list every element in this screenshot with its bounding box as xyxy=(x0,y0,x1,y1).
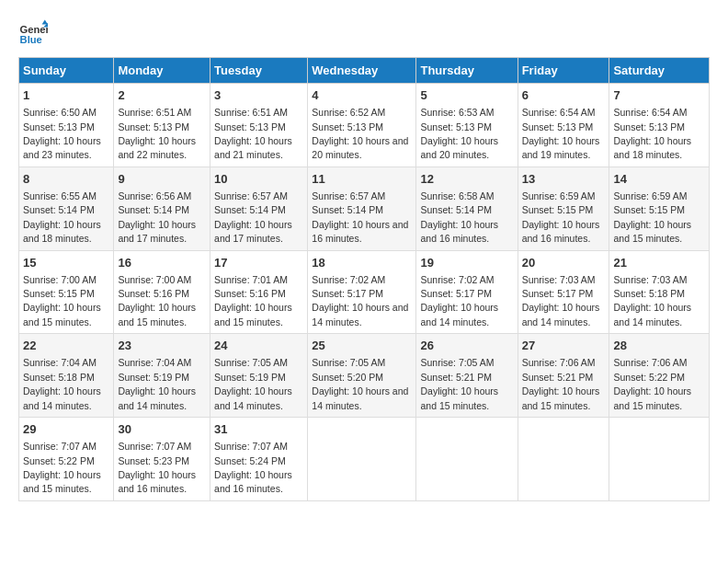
header-saturday: Saturday xyxy=(609,58,710,84)
sunset-text: Sunset: 5:13 PM xyxy=(420,121,492,132)
sunrise-text: Sunrise: 6:52 AM xyxy=(312,107,385,118)
sunrise-text: Sunrise: 7:05 AM xyxy=(312,357,385,368)
sunrise-text: Sunrise: 6:51 AM xyxy=(214,107,288,118)
sunset-text: Sunset: 5:14 PM xyxy=(214,204,286,215)
sunrise-text: Sunrise: 6:56 AM xyxy=(118,190,191,201)
daylight-text: Daylight: 10 hours and 18 minutes. xyxy=(613,135,691,160)
sunrise-text: Sunrise: 7:04 AM xyxy=(23,357,97,368)
sunset-text: Sunset: 5:14 PM xyxy=(420,204,492,215)
header-sunday: Sunday xyxy=(19,58,114,84)
daylight-text: Daylight: 10 hours and 17 minutes. xyxy=(214,219,292,244)
calendar-cell: 10 Sunrise: 6:57 AM Sunset: 5:14 PM Dayl… xyxy=(210,167,308,250)
sunset-text: Sunset: 5:13 PM xyxy=(214,121,286,132)
logo: General Blue xyxy=(18,18,48,48)
sunrise-text: Sunrise: 7:05 AM xyxy=(420,357,494,368)
day-number: 3 xyxy=(214,87,303,104)
calendar-cell: 5 Sunrise: 6:53 AM Sunset: 5:13 PM Dayli… xyxy=(416,84,518,167)
calendar-cell: 20 Sunrise: 7:03 AM Sunset: 5:17 PM Dayl… xyxy=(518,250,609,334)
sunrise-text: Sunrise: 6:59 AM xyxy=(522,190,596,201)
sunset-text: Sunset: 5:18 PM xyxy=(613,288,685,299)
sunset-text: Sunset: 5:15 PM xyxy=(522,204,594,215)
sunrise-text: Sunrise: 6:53 AM xyxy=(420,107,494,118)
sunset-text: Sunset: 5:15 PM xyxy=(613,204,685,215)
calendar-week-row: 15 Sunrise: 7:00 AM Sunset: 5:15 PM Dayl… xyxy=(19,250,710,334)
sunset-text: Sunset: 5:18 PM xyxy=(23,372,95,383)
day-number: 16 xyxy=(118,255,206,271)
sunset-text: Sunset: 5:15 PM xyxy=(23,288,95,299)
calendar-week-row: 1 Sunrise: 6:50 AM Sunset: 5:13 PM Dayli… xyxy=(19,84,710,167)
calendar-cell: 29 Sunrise: 7:07 AM Sunset: 5:22 PM Dayl… xyxy=(19,418,114,501)
sunset-text: Sunset: 5:16 PM xyxy=(214,288,286,299)
calendar-cell xyxy=(416,418,518,501)
daylight-text: Daylight: 10 hours and 16 minutes. xyxy=(312,219,408,244)
day-number: 18 xyxy=(312,255,412,271)
daylight-text: Daylight: 10 hours and 14 minutes. xyxy=(23,385,101,410)
day-number: 21 xyxy=(613,255,705,271)
day-number: 13 xyxy=(522,171,606,188)
sunset-text: Sunset: 5:22 PM xyxy=(613,372,685,383)
daylight-text: Daylight: 10 hours and 14 minutes. xyxy=(214,385,292,410)
calendar-cell: 26 Sunrise: 7:05 AM Sunset: 5:21 PM Dayl… xyxy=(416,334,518,418)
sunrise-text: Sunrise: 7:06 AM xyxy=(613,357,687,368)
daylight-text: Daylight: 10 hours and 14 minutes. xyxy=(118,385,196,410)
day-number: 9 xyxy=(118,171,206,188)
calendar-cell: 12 Sunrise: 6:58 AM Sunset: 5:14 PM Dayl… xyxy=(416,167,518,250)
sunset-text: Sunset: 5:13 PM xyxy=(23,121,95,132)
sunrise-text: Sunrise: 6:51 AM xyxy=(118,107,191,118)
logo-icon: General Blue xyxy=(18,18,48,48)
sunset-text: Sunset: 5:20 PM xyxy=(312,372,383,383)
svg-text:Blue: Blue xyxy=(20,34,42,45)
calendar-cell: 24 Sunrise: 7:05 AM Sunset: 5:19 PM Dayl… xyxy=(210,334,308,418)
sunrise-text: Sunrise: 7:04 AM xyxy=(118,357,191,368)
sunset-text: Sunset: 5:21 PM xyxy=(420,372,492,383)
day-number: 30 xyxy=(118,421,206,438)
calendar-week-row: 8 Sunrise: 6:55 AM Sunset: 5:14 PM Dayli… xyxy=(19,167,710,250)
calendar-cell xyxy=(308,418,416,501)
calendar-cell: 1 Sunrise: 6:50 AM Sunset: 5:13 PM Dayli… xyxy=(19,84,114,167)
calendar-cell: 7 Sunrise: 6:54 AM Sunset: 5:13 PM Dayli… xyxy=(609,84,710,167)
sunrise-text: Sunrise: 6:50 AM xyxy=(23,107,97,118)
daylight-text: Daylight: 10 hours and 16 minutes. xyxy=(522,219,600,244)
daylight-text: Daylight: 10 hours and 15 minutes. xyxy=(23,302,101,327)
daylight-text: Daylight: 10 hours and 18 minutes. xyxy=(23,219,101,244)
daylight-text: Daylight: 10 hours and 14 minutes. xyxy=(420,302,498,327)
sunset-text: Sunset: 5:13 PM xyxy=(613,121,685,132)
sunrise-text: Sunrise: 7:01 AM xyxy=(214,274,288,285)
sunset-text: Sunset: 5:14 PM xyxy=(118,204,189,215)
day-number: 29 xyxy=(23,421,109,438)
daylight-text: Daylight: 10 hours and 16 minutes. xyxy=(118,469,196,494)
calendar-cell: 22 Sunrise: 7:04 AM Sunset: 5:18 PM Dayl… xyxy=(19,334,114,418)
sunrise-text: Sunrise: 6:57 AM xyxy=(312,190,385,201)
calendar-cell: 11 Sunrise: 6:57 AM Sunset: 5:14 PM Dayl… xyxy=(308,167,416,250)
day-number: 14 xyxy=(613,171,705,188)
daylight-text: Daylight: 10 hours and 16 minutes. xyxy=(214,469,292,494)
header-tuesday: Tuesday xyxy=(210,58,308,84)
day-number: 22 xyxy=(23,338,109,354)
sunrise-text: Sunrise: 7:03 AM xyxy=(613,274,687,285)
sunrise-text: Sunrise: 7:07 AM xyxy=(214,441,288,452)
sunset-text: Sunset: 5:13 PM xyxy=(312,121,383,132)
calendar-cell: 8 Sunrise: 6:55 AM Sunset: 5:14 PM Dayli… xyxy=(19,167,114,250)
calendar-cell: 9 Sunrise: 6:56 AM Sunset: 5:14 PM Dayli… xyxy=(114,167,210,250)
sunrise-text: Sunrise: 7:03 AM xyxy=(522,274,596,285)
day-number: 5 xyxy=(420,87,513,104)
calendar-cell: 30 Sunrise: 7:07 AM Sunset: 5:23 PM Dayl… xyxy=(114,418,210,501)
sunset-text: Sunset: 5:24 PM xyxy=(214,455,286,466)
sunrise-text: Sunrise: 6:55 AM xyxy=(23,190,97,201)
calendar-cell: 27 Sunrise: 7:06 AM Sunset: 5:21 PM Dayl… xyxy=(518,334,609,418)
sunrise-text: Sunrise: 7:02 AM xyxy=(312,274,385,285)
page-header: General Blue xyxy=(18,18,710,48)
day-number: 25 xyxy=(312,338,412,354)
day-number: 20 xyxy=(522,255,606,271)
calendar-cell: 16 Sunrise: 7:00 AM Sunset: 5:16 PM Dayl… xyxy=(114,250,210,334)
sunset-text: Sunset: 5:13 PM xyxy=(118,121,189,132)
sunrise-text: Sunrise: 7:00 AM xyxy=(118,274,191,285)
sunrise-text: Sunrise: 7:05 AM xyxy=(214,357,288,368)
day-number: 2 xyxy=(118,87,206,104)
daylight-text: Daylight: 10 hours and 14 minutes. xyxy=(312,385,408,410)
day-number: 23 xyxy=(118,338,206,354)
day-number: 28 xyxy=(613,338,705,354)
daylight-text: Daylight: 10 hours and 15 minutes. xyxy=(420,385,498,410)
day-number: 10 xyxy=(214,171,303,188)
sunrise-text: Sunrise: 7:06 AM xyxy=(522,357,596,368)
